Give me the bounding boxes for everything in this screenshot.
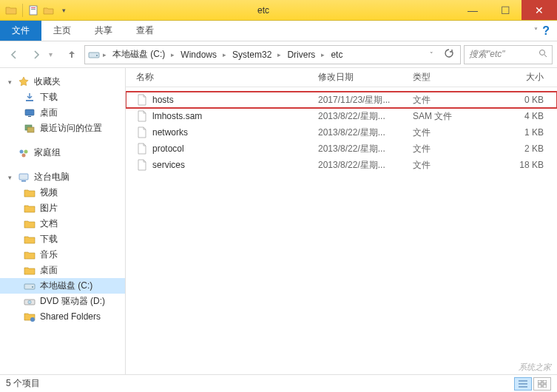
ribbon-expand-icon[interactable]: ˅ [534,27,538,35]
column-name-header[interactable]: 名称 [126,71,318,84]
breadcrumb-separator[interactable]: ▸ [320,51,326,58]
drive-icon [88,49,100,61]
folder-icon [24,234,36,246]
nav-item[interactable]: 本地磁盘 (C:) [0,278,125,294]
tab-file[interactable]: 文件 [0,21,41,41]
up-button[interactable] [62,45,81,64]
folder-icon [4,4,18,17]
close-button[interactable]: ✕ [521,0,557,20]
tab-view[interactable]: 查看 [124,21,166,41]
star-icon [18,76,30,88]
breadcrumb-seg-0[interactable]: Windows [178,50,220,60]
recent-locations-dropdown[interactable]: ▾ [49,50,59,58]
svg-rect-17 [24,284,35,289]
file-row[interactable]: lmhosts.sam2013/8/22/星期...SAM 文件4 KB [126,108,557,124]
nav-thispc-header[interactable]: ▾ 这台电脑 [0,169,125,185]
breadcrumb-separator[interactable]: ▸ [169,51,176,58]
desktop-icon [24,107,36,119]
nav-item-label: 本地磁盘 (C:) [40,280,92,292]
forward-button[interactable] [27,45,46,64]
drive-icon [24,280,36,292]
svg-rect-3 [89,53,99,58]
svg-rect-28 [543,385,547,388]
svg-point-18 [32,286,33,288]
svg-point-21 [30,317,35,322]
ribbon-expand: ˅ ? [534,21,557,41]
column-type-header[interactable]: 类型 [413,71,479,84]
minimize-button[interactable]: — [456,0,489,20]
breadcrumb-seg-3[interactable]: etc [328,50,345,60]
nav-item-downloads[interactable]: 下载 [0,89,125,105]
nav-item-label: 图片 [40,202,58,214]
help-icon[interactable]: ? [542,24,550,38]
search-placeholder: 搜索"etc" [469,48,536,61]
file-row[interactable]: networks2013/8/22/星期...文件1 KB [126,124,557,141]
nav-item-label: 音乐 [40,249,58,261]
icons-view-button[interactable] [533,377,551,391]
nav-item-label: 下载 [40,233,58,246]
nav-item[interactable]: 视频 [0,185,125,200]
column-date-header[interactable]: 修改日期 [318,71,413,84]
svg-rect-11 [27,127,34,132]
file-size: 18 KB [479,160,557,170]
search-icon [539,49,547,60]
breadcrumb-separator[interactable]: ▸ [221,51,228,58]
file-icon [136,110,148,122]
svg-line-6 [544,55,547,57]
chevron-down-icon[interactable]: ▾ [6,78,13,86]
nav-item-desktop[interactable]: 桌面 [0,105,125,121]
details-view-button[interactable] [514,377,532,391]
nav-homegroup-header[interactable]: 家庭组 [0,145,125,160]
main-area: ▾ 收藏夹 下载 桌面 最近访问的位置 [0,68,557,374]
file-type: 文件 [413,94,479,107]
nav-item[interactable]: 文档 [0,216,125,232]
file-type: SAM 文件 [413,110,479,123]
svg-rect-26 [543,380,547,383]
file-list: hosts2017/11/23/星期...文件0 KBlmhosts.sam20… [126,87,557,374]
file-row[interactable]: hosts2017/11/23/星期...文件0 KB [126,92,557,108]
breadcrumb-separator[interactable]: ▸ [101,51,108,58]
column-size-header[interactable]: 大小 [479,71,557,84]
window-controls: — ☐ ✕ [456,0,557,20]
breadcrumb-seg-1[interactable]: System32 [229,50,274,60]
file-name: services [152,160,185,170]
svg-rect-9 [28,116,31,117]
file-name: lmhosts.sam [152,111,202,121]
breadcrumb-root[interactable]: 本地磁盘 (C:) [109,48,168,61]
nav-item[interactable]: 桌面 [0,263,125,278]
content-pane: 名称 修改日期 类型 大小 hosts2017/11/23/星期...文件0 K… [126,68,557,374]
nav-item-label: 桌面 [40,107,58,119]
breadcrumb-seg-2[interactable]: Drivers [284,50,318,60]
new-folder-icon[interactable] [42,4,55,17]
nav-item[interactable]: 音乐 [0,247,125,263]
refresh-icon[interactable] [441,48,457,61]
file-size: 4 KB [479,111,557,121]
breadcrumb-separator[interactable]: ▸ [276,51,283,58]
tab-share[interactable]: 共享 [83,21,124,41]
file-icon [136,94,148,106]
nav-item[interactable]: 下载 [0,232,125,247]
file-row[interactable]: services2013/8/22/星期...文件18 KB [126,157,557,173]
status-item-count: 5 个项目 [6,377,40,390]
tab-home[interactable]: 主页 [41,21,83,41]
properties-icon[interactable] [27,4,41,17]
chevron-down-icon[interactable]: ▾ [6,174,13,181]
svg-rect-15 [19,174,28,180]
file-row[interactable]: protocol2013/8/22/星期...文件2 KB [126,141,557,157]
nav-item[interactable]: Shared Folders [0,309,125,324]
qat-dropdown-icon[interactable]: ▾ [57,4,70,17]
file-date: 2017/11/23/星期... [318,94,413,107]
file-icon [136,159,148,171]
back-button[interactable] [4,45,24,64]
nav-item[interactable]: DVD 驱动器 (D:) [0,294,125,309]
address-bar[interactable]: ▸ 本地磁盘 (C:) ▸ Windows ▸ System32 ▸ Drive… [84,45,461,64]
nav-item-recent[interactable]: 最近访问的位置 [0,121,125,136]
svg-point-12 [20,149,24,153]
search-box[interactable]: 搜索"etc" [464,45,553,64]
nav-item[interactable]: 图片 [0,200,125,216]
nav-favorites-header[interactable]: ▾ 收藏夹 [0,74,125,89]
svg-rect-0 [30,6,37,15]
nav-favorites-group: ▾ 收藏夹 下载 桌面 最近访问的位置 [0,74,125,136]
maximize-button[interactable]: ☐ [489,0,521,20]
address-dropdown-icon[interactable]: ˅ [423,51,439,58]
